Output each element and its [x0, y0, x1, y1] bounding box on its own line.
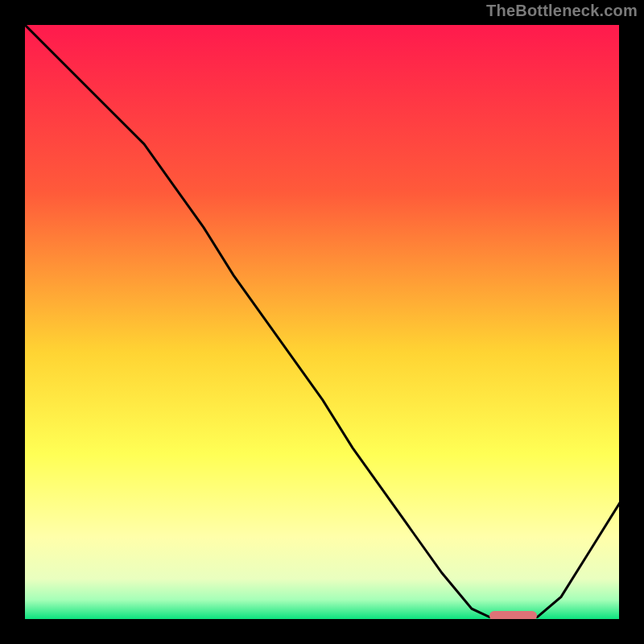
bottleneck-curve: [25, 25, 619, 617]
optimal-range-marker: [489, 611, 537, 619]
chart-root: TheBottleneck.com: [0, 0, 644, 644]
curve-layer: [25, 25, 619, 619]
plot-frame: [24, 24, 620, 620]
watermark-text: TheBottleneck.com: [486, 2, 638, 20]
plot-area: [25, 25, 619, 619]
